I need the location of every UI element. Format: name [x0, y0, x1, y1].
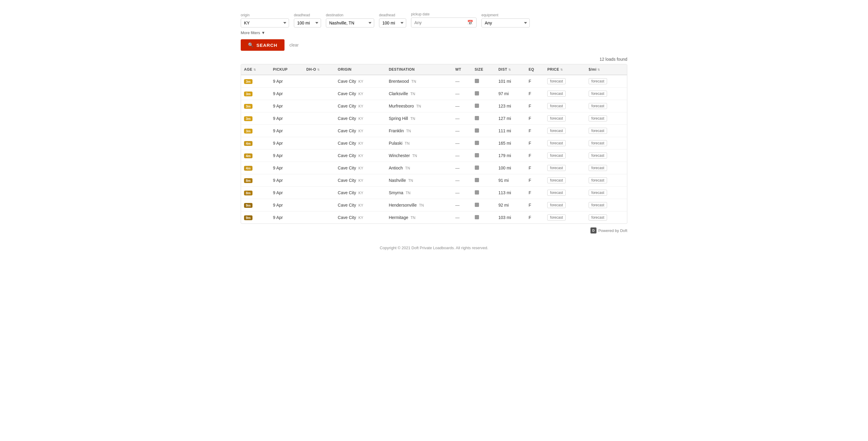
permi-forecast-button[interactable]: forecast	[589, 91, 607, 97]
cell-eq: F	[526, 100, 544, 113]
th-price[interactable]: PRICE	[544, 64, 586, 75]
th-destination: DESTINATION	[386, 64, 452, 75]
size-square-icon	[475, 153, 479, 157]
permi-forecast-button[interactable]: forecast	[589, 115, 607, 121]
cell-destination: Clarksville TN	[386, 88, 452, 100]
size-square-icon	[475, 165, 479, 170]
cell-dist: 103 mi	[495, 212, 526, 224]
table-row[interactable]: 3m9 AprCave City KYMurfreesboro TN—123 m…	[241, 100, 627, 113]
th-age[interactable]: AGE	[241, 64, 270, 75]
cell-dist: 111 mi	[495, 125, 526, 137]
cell-eq: F	[526, 174, 544, 187]
permi-forecast-button[interactable]: forecast	[589, 165, 607, 171]
cell-pickup: 9 Apr	[270, 125, 303, 137]
price-forecast-button[interactable]: forecast	[547, 128, 566, 134]
table-row[interactable]: 4m9 AprCave City KYPulaski TN—165 miFfor…	[241, 137, 627, 150]
cell-age: 9m	[241, 212, 270, 224]
cell-destination: Franklin TN	[386, 125, 452, 137]
price-forecast-button[interactable]: forecast	[547, 190, 566, 196]
price-forecast-button[interactable]: forecast	[547, 91, 566, 97]
th-dist[interactable]: DIST	[495, 64, 526, 75]
origin-filter-group: origin KY	[241, 13, 289, 28]
permi-forecast-button[interactable]: forecast	[589, 190, 607, 196]
price-forecast-button[interactable]: forecast	[547, 177, 566, 183]
table-row[interactable]: 3m9 AprCave City KYFranklin TN—111 miFfo…	[241, 125, 627, 137]
price-forecast-button[interactable]: forecast	[547, 115, 566, 121]
deadhead1-select[interactable]: 100 mi 50 mi 150 mi 200 mi	[294, 19, 321, 28]
cell-dho	[303, 137, 335, 150]
price-forecast-button[interactable]: forecast	[547, 215, 566, 220]
permi-forecast-button[interactable]: forecast	[589, 78, 607, 84]
cell-price: forecast	[544, 125, 586, 137]
clear-link[interactable]: clear	[289, 42, 299, 48]
permi-forecast-button[interactable]: forecast	[589, 202, 607, 208]
permi-forecast-button[interactable]: forecast	[589, 153, 607, 159]
permi-forecast-button[interactable]: forecast	[589, 177, 607, 183]
price-forecast-button[interactable]: forecast	[547, 153, 566, 159]
table-row[interactable]: 3m9 AprCave City KYBrentwood TN—101 miFf…	[241, 75, 627, 88]
cell-size	[472, 162, 496, 174]
price-forecast-button[interactable]: forecast	[547, 103, 566, 109]
cell-pickup: 9 Apr	[270, 88, 303, 100]
cell-price: forecast	[544, 137, 586, 150]
origin-select[interactable]: KY	[241, 19, 289, 28]
permi-forecast-button[interactable]: forecast	[589, 140, 607, 146]
pickup-date-input-wrapper[interactable]: 📅	[411, 18, 476, 28]
th-permi[interactable]: $/mi	[586, 64, 627, 75]
search-button[interactable]: 🔍 SEARCH	[241, 39, 284, 51]
cell-dho	[303, 88, 335, 100]
th-eq: EQ	[526, 64, 544, 75]
cell-dho	[303, 100, 335, 113]
equipment-select[interactable]: Any Flatbed Reefer Van	[482, 19, 530, 28]
table-row[interactable]: 4m9 AprCave City KYAntioch TN—100 miFfor…	[241, 162, 627, 174]
equipment-filter-group: equipment Any Flatbed Reefer Van	[482, 13, 530, 28]
cell-pickup: 9 Apr	[270, 113, 303, 125]
cell-dho	[303, 150, 335, 162]
doft-icon: D	[590, 227, 596, 233]
th-dho[interactable]: DH-O	[303, 64, 335, 75]
price-forecast-button[interactable]: forecast	[547, 202, 566, 208]
cell-dho	[303, 212, 335, 224]
pickup-date-input[interactable]	[414, 20, 467, 25]
cell-origin: Cave City KY	[335, 113, 386, 125]
price-forecast-button[interactable]: forecast	[547, 140, 566, 146]
deadhead1-label: deadhead	[294, 13, 321, 17]
cell-price: forecast	[544, 88, 586, 100]
cell-price: forecast	[544, 199, 586, 212]
table-row[interactable]: 3m9 AprCave City KYSpring Hill TN—127 mi…	[241, 113, 627, 125]
size-square-icon	[475, 91, 479, 95]
cell-origin: Cave City KY	[335, 137, 386, 150]
table-row[interactable]: 9m9 AprCave City KYHendersonville TN—92 …	[241, 199, 627, 212]
cell-dho	[303, 174, 335, 187]
cell-price: forecast	[544, 75, 586, 88]
cell-destination: Nashville TN	[386, 174, 452, 187]
results-count: 12 loads found	[599, 57, 627, 62]
permi-forecast-button[interactable]: forecast	[589, 128, 607, 134]
age-badge: 4m	[244, 141, 252, 146]
table-row[interactable]: 8m9 AprCave City KYNashville TN—91 miFfo…	[241, 174, 627, 187]
footer: Copyright © 2021 Doft Private Loadboards…	[241, 246, 627, 250]
price-forecast-button[interactable]: forecast	[547, 165, 566, 171]
table-row[interactable]: 3m9 AprCave City KYClarksville TN—97 miF…	[241, 88, 627, 100]
permi-forecast-button[interactable]: forecast	[589, 215, 607, 220]
deadhead2-select[interactable]: 100 mi 50 mi 150 mi 200 mi	[379, 19, 406, 28]
cell-eq: F	[526, 199, 544, 212]
calendar-icon: 📅	[467, 20, 473, 25]
age-badge: 3m	[244, 129, 252, 133]
cell-wt: —	[452, 113, 471, 125]
th-size: SIZE	[472, 64, 496, 75]
more-filters-toggle[interactable]: More filters ▼	[241, 31, 265, 35]
permi-forecast-button[interactable]: forecast	[589, 103, 607, 109]
table-row[interactable]: 8m9 AprCave City KYSmyrna TN—113 miFfore…	[241, 187, 627, 199]
destination-label: destination	[326, 13, 374, 17]
cell-destination: Brentwood TN	[386, 75, 452, 88]
table-row[interactable]: 9m9 AprCave City KYHermitage TN—103 miFf…	[241, 212, 627, 224]
pickup-date-filter-group: pickup date 📅	[411, 12, 476, 28]
cell-dho	[303, 113, 335, 125]
destination-select[interactable]: Nashville, TN	[326, 19, 374, 28]
price-forecast-button[interactable]: forecast	[547, 78, 566, 84]
table-row[interactable]: 4m9 AprCave City KYWinchester TN—179 miF…	[241, 150, 627, 162]
cell-price: forecast	[544, 187, 586, 199]
age-badge: 4m	[244, 166, 252, 171]
pickup-date-label: pickup date	[411, 12, 476, 16]
